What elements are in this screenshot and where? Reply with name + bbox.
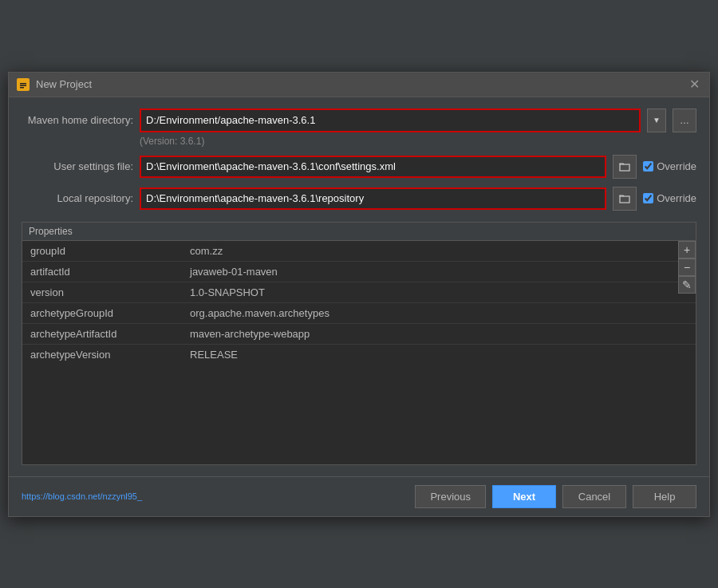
prop-value-1: javaweb-01-maven [182, 262, 696, 282]
table-row: artifactId javaweb-01-maven [22, 262, 696, 282]
prop-value-2: 1.0-SNAPSHOT [182, 282, 696, 302]
new-project-dialog: New Project ✕ Maven home directory: ▼ … … [8, 72, 710, 517]
svg-rect-3 [20, 87, 24, 89]
table-row: archetypeArtifactId maven-archetype-weba… [22, 324, 696, 345]
help-button[interactable]: Help [633, 485, 696, 508]
user-settings-label: User settings file: [22, 160, 133, 172]
edit-property-button[interactable]: ✎ [678, 276, 696, 294]
prop-key-3: archetypeGroupId [22, 303, 182, 323]
properties-table: groupId com.zz artifactId javaweb-01-mav… [22, 241, 696, 365]
prop-key-2: version [22, 282, 182, 302]
svg-rect-4 [620, 164, 629, 171]
prop-key-0: groupId [22, 241, 182, 261]
remove-property-button[interactable]: − [678, 258, 696, 276]
prop-key-4: archetypeArtifactId [22, 324, 182, 344]
user-settings-override-text: Override [657, 160, 696, 172]
local-repo-browse-btn[interactable] [613, 187, 637, 211]
maven-home-row: Maven home directory: ▼ … [22, 109, 696, 132]
title-bar: New Project ✕ [9, 73, 709, 97]
user-settings-row: User settings file: Override [22, 155, 696, 179]
local-repo-row: Local repository: Override [22, 187, 696, 211]
footer-url: https://blog.csdn.net/nzzynl95_ [22, 491, 142, 501]
prop-key-1: artifactId [22, 262, 182, 282]
local-repo-label: Local repository: [22, 192, 133, 204]
table-row: groupId com.zz [22, 241, 696, 262]
maven-home-dropdown-btn[interactable]: ▼ [647, 109, 666, 132]
svg-rect-2 [20, 85, 26, 86]
user-settings-browse-btn[interactable] [613, 155, 637, 179]
add-property-button[interactable]: + [678, 241, 696, 258]
table-row: version 1.0-SNAPSHOT [22, 282, 696, 303]
maven-version-text: (Version: 3.6.1) [140, 136, 696, 147]
prop-value-3: org.apache.maven.archetypes [182, 303, 696, 323]
prop-value-5: RELEASE [182, 345, 696, 365]
maven-home-label: Maven home directory: [22, 114, 133, 126]
local-repo-override-text: Override [657, 192, 696, 204]
svg-rect-1 [20, 83, 26, 85]
dialog-icon [17, 78, 30, 91]
maven-home-input[interactable] [140, 109, 641, 132]
local-repo-input[interactable] [140, 187, 606, 210]
maven-home-browse-btn[interactable]: … [673, 109, 696, 132]
close-button[interactable]: ✕ [687, 77, 701, 92]
local-repo-override-label[interactable]: Override [643, 192, 696, 204]
properties-title: Properties [22, 223, 696, 241]
svg-rect-5 [620, 196, 629, 203]
table-row: archetypeVersion RELEASE [22, 345, 696, 365]
user-settings-input[interactable] [140, 156, 606, 178]
properties-section: Properties groupId com.zz artifactId jav… [22, 222, 696, 465]
dialog-body: Maven home directory: ▼ … (Version: 3.6.… [9, 97, 709, 476]
props-actions: + − ✎ [678, 241, 696, 294]
properties-area[interactable]: groupId com.zz artifactId javaweb-01-mav… [22, 241, 696, 464]
table-row: archetypeGroupId org.apache.maven.archet… [22, 303, 696, 324]
user-settings-override-label[interactable]: Override [643, 160, 696, 172]
user-settings-override-checkbox[interactable] [643, 161, 653, 172]
next-button[interactable]: Next [492, 485, 556, 508]
dialog-title: New Project [36, 78, 92, 90]
title-bar-left: New Project [17, 78, 92, 91]
dialog-footer: https://blog.csdn.net/nzzynl95_ Previous… [9, 476, 709, 516]
local-repo-override-checkbox[interactable] [643, 193, 653, 203]
prop-value-0: com.zz [182, 241, 696, 261]
prop-key-5: archetypeVersion [22, 345, 182, 365]
prop-value-4: maven-archetype-webapp [182, 324, 696, 344]
cancel-button[interactable]: Cancel [562, 485, 626, 508]
previous-button[interactable]: Previous [415, 485, 486, 508]
